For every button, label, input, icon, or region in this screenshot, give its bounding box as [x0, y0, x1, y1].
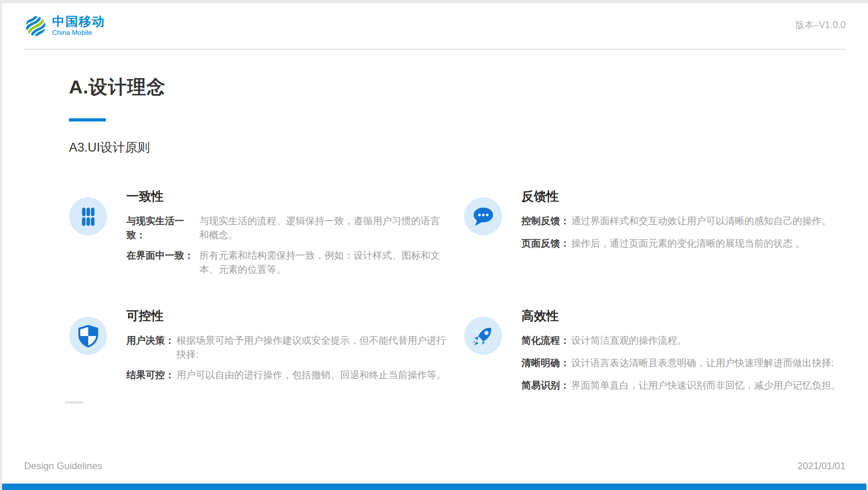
footer: Design Guidelines 2021/01/01	[24, 460, 846, 472]
principle-title: 反馈性	[521, 188, 831, 205]
principle-row: 页面反馈： 操作后，通过页面元素的变化清晰的展现当前的状态 。	[521, 236, 831, 250]
efficiency-icon-circle	[464, 317, 502, 355]
grid-dots-icon	[76, 204, 101, 229]
row-desc: 界面简单直白，让用户快速识别而非回忆，减少用户记忆负担。	[571, 378, 841, 392]
principle-title: 可控性	[126, 308, 446, 324]
page-title: A.设计理念	[69, 75, 846, 100]
row-desc: 所有元素和结构需保持一致，例如：设计样式、图标和文 本、元素的位置等。	[199, 248, 440, 276]
row-label: 与现实生活一致：	[126, 214, 199, 242]
principle-row: 与现实生活一致： 与现实生活的流程、逻辑保持一致，遵循用户习惯的语言 和概念。	[126, 214, 440, 242]
decorative-dash	[65, 401, 83, 403]
row-desc: 用户可以自由的进行操作，包括撤销、回退和终止当前操作等。	[176, 368, 446, 382]
row-label: 简化流程：	[521, 333, 571, 347]
principle-feedback: 反馈性 控制反馈： 通过界面样式和交互动效让用户可以清晰的感知自己的操作。 页面…	[464, 188, 846, 283]
main-content: A.设计理念 A3.UI设计原则 一致性	[69, 75, 846, 401]
principle-row: 简化流程： 设计简洁直观的操作流程。	[521, 333, 841, 347]
row-desc: 操作后，通过页面元素的变化清晰的展现当前的状态 。	[571, 236, 805, 250]
row-label: 页面反馈：	[521, 236, 571, 250]
consistency-icon-circle	[69, 197, 107, 235]
row-desc: 与现实生活的流程、逻辑保持一致，遵循用户习惯的语言 和概念。	[199, 214, 440, 242]
feedback-icon-circle	[464, 197, 502, 235]
logo-text-cn: 中国移动	[52, 15, 105, 28]
slide-page: 中国移动 China Mobile 版本–V1.0.0 A.设计理念 A3.UI…	[2, 3, 868, 490]
row-desc: 根据场景可给予用户操作建议或安全提示，但不能代替用户进行 抉择:	[176, 333, 446, 361]
china-mobile-logo-icon	[24, 14, 47, 38]
footer-left-label: Design Guidelines	[24, 460, 102, 472]
principle-efficiency: 高效性 简化流程： 设计简洁直观的操作流程。 清晰明确： 设计语言表达清晰且表意…	[464, 308, 846, 401]
row-desc: 设计简洁直观的操作流程。	[571, 333, 687, 347]
row-label: 在界面中一致：	[126, 248, 199, 276]
principle-row: 控制反馈： 通过界面样式和交互动效让用户可以清晰的感知自己的操作。	[521, 214, 831, 228]
footer-date: 2021/01/01	[797, 460, 846, 472]
logo-text-en: China Mobile	[52, 29, 105, 37]
bottom-accent-bar	[2, 484, 866, 490]
row-label: 结果可控：	[126, 368, 176, 382]
principles-grid: 一致性 与现实生活一致： 与现实生活的流程、逻辑保持一致，遵循用户习惯的语言 和…	[69, 188, 846, 401]
row-label: 用户决策：	[126, 333, 176, 361]
principle-row: 结果可控： 用户可以自由的进行操作，包括撤销、回退和终止当前操作等。	[126, 368, 446, 382]
version-label: 版本–V1.0.0	[795, 19, 846, 31]
page-subtitle: A3.UI设计原则	[69, 139, 846, 156]
principle-row: 用户决策： 根据场景可给予用户操作建议或安全提示，但不能代替用户进行 抉择:	[126, 333, 446, 361]
principle-row: 清晰明确： 设计语言表达清晰且表意明确，让用户快速理解进而做出抉择:	[521, 356, 841, 370]
row-label: 清晰明确：	[521, 356, 571, 370]
controllability-icon-circle	[69, 317, 107, 355]
row-label: 控制反馈：	[521, 214, 571, 228]
principle-title: 高效性	[521, 308, 841, 324]
shield-icon	[76, 324, 101, 348]
header: 中国移动 China Mobile 版本–V1.0.0	[24, 3, 846, 50]
principle-row: 在界面中一致： 所有元素和结构需保持一致，例如：设计样式、图标和文 本、元素的位…	[126, 248, 440, 276]
principle-title: 一致性	[126, 188, 440, 205]
principle-row: 简易识别： 界面简单直白，让用户快速识别而非回忆，减少用户记忆负担。	[521, 378, 841, 392]
rocket-icon	[471, 324, 496, 348]
chat-bubble-icon	[471, 204, 496, 229]
row-desc: 设计语言表达清晰且表意明确，让用户快速理解进而做出抉择:	[571, 356, 834, 370]
china-mobile-logo: 中国移动 China Mobile	[24, 14, 105, 38]
title-underline	[69, 118, 106, 121]
principle-controllability: 可控性 用户决策： 根据场景可给予用户操作建议或安全提示，但不能代替用户进行 抉…	[69, 308, 464, 401]
row-desc: 通过界面样式和交互动效让用户可以清晰的感知自己的操作。	[571, 214, 831, 228]
row-label: 简易识别：	[521, 378, 571, 392]
principle-consistency: 一致性 与现实生活一致： 与现实生活的流程、逻辑保持一致，遵循用户习惯的语言 和…	[69, 188, 464, 283]
